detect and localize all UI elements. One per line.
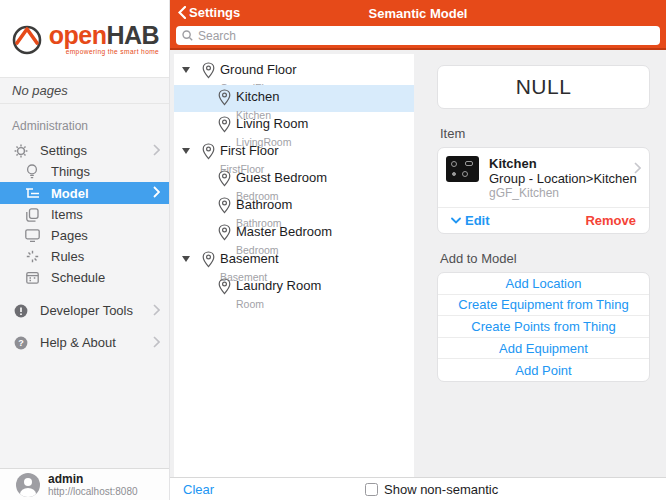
location-pin-icon (202, 62, 215, 79)
search-icon (182, 30, 193, 41)
chevron-down-icon (451, 217, 461, 224)
avatar (16, 473, 40, 497)
sidebar-item-pages[interactable]: Pages (0, 225, 169, 246)
show-non-semantic-checkbox[interactable] (365, 483, 378, 496)
lightbulb-icon (24, 164, 40, 180)
openhab-logo: openHAB empowering the smart home (10, 22, 159, 56)
content-area: Ground FloorGroundFloor KitchenKitchen L… (170, 50, 666, 477)
details-panel: NULL Item Kitchen Group - Location>Kitch… (437, 50, 650, 382)
search-bar[interactable] (176, 26, 660, 45)
sidebar-item-label: Developer Tools (40, 303, 133, 318)
tree-item-title: Bathroom (236, 197, 292, 212)
item-id: gGF_Kitchen (489, 186, 637, 200)
tree-item-title: Master Bedroom (236, 224, 332, 239)
sidebar-item-rules[interactable]: Rules (0, 246, 169, 267)
tree-item-guest-bedroom[interactable]: Guest BedroomBedroom (174, 166, 414, 193)
sidebar-item-label: Pages (51, 228, 88, 243)
add-equipment-button[interactable]: Add Equipment (438, 338, 649, 360)
tree-item-title: First Floor (220, 143, 279, 158)
logo-area: openHAB empowering the smart home (0, 0, 169, 78)
top-navbar: Settings Semantic Model (170, 0, 666, 50)
sidebar-item-schedule[interactable]: Schedule (0, 267, 169, 288)
openhab-logo-icon (10, 22, 44, 56)
tree-item-title: Living Room (236, 116, 308, 131)
location-pin-icon (202, 251, 215, 268)
monitor-icon (24, 228, 40, 244)
sidebar-item-things[interactable]: Things (0, 161, 169, 182)
item-name: Kitchen (489, 156, 637, 171)
item-section-label: Item (440, 126, 650, 141)
location-pin-icon (218, 278, 231, 295)
expand-arrow-icon[interactable] (182, 256, 190, 262)
create-points-from-thing-button[interactable]: Create Points from Thing (438, 316, 649, 338)
add-to-model-card: Add Location Create Equipment from Thing… (437, 272, 650, 382)
spark-icon (24, 249, 40, 265)
edit-label: Edit (465, 213, 490, 228)
semantic-tree-panel: Ground FloorGroundFloor KitchenKitchen L… (174, 54, 414, 477)
question-circle-icon: ? (13, 335, 29, 351)
sidebar-item-label: Rules (51, 249, 84, 264)
footer-toolbar: Clear Show non-semantic (170, 477, 666, 500)
search-input[interactable] (198, 29, 654, 43)
semantic-model-page: openHAB empowering the smart home No pag… (0, 0, 666, 500)
expand-arrow-icon[interactable] (182, 67, 190, 73)
location-pin-icon (218, 170, 231, 187)
create-equipment-from-thing-button[interactable]: Create Equipment from Thing (438, 295, 649, 317)
show-non-semantic-label: Show non-semantic (384, 482, 498, 497)
tree-item-title: Basement (220, 251, 279, 266)
sidebar-item-items[interactable]: Items (0, 204, 169, 225)
chevron-right-icon (153, 304, 160, 316)
tree-item-ground-floor[interactable]: Ground FloorGroundFloor (174, 58, 414, 85)
tree-item-subtitle: Room (236, 298, 264, 310)
sidebar-item-model[interactable]: Model (0, 182, 169, 204)
no-pages-label: No pages (0, 78, 169, 104)
tree-item-living-room[interactable]: Living RoomLivingRoom (174, 112, 414, 139)
svg-text:?: ? (18, 338, 24, 348)
sidebar-item-settings[interactable]: Settings (0, 140, 169, 161)
edit-button[interactable]: Edit (451, 213, 490, 228)
tree-item-laundry-room[interactable]: Laundry RoomRoom (174, 274, 414, 301)
sidebar-item-developer-tools[interactable]: Developer Tools (0, 300, 169, 321)
tree-item-title: Guest Bedroom (236, 170, 327, 185)
location-pin-icon (218, 116, 231, 133)
logo-tagline: empowering the smart home (66, 48, 160, 55)
page-title: Semantic Model (170, 6, 666, 21)
tree-item-title: Laundry Room (236, 278, 321, 293)
location-pin-icon (218, 224, 231, 241)
user-name: admin (48, 473, 138, 486)
chevron-right-icon (153, 186, 160, 198)
tree-item-kitchen[interactable]: KitchenKitchen (174, 85, 414, 112)
sidebar-item-label: Help & About (40, 335, 116, 350)
clear-button[interactable]: Clear (183, 482, 214, 497)
chevron-right-icon (634, 162, 641, 174)
show-non-semantic-toggle[interactable]: Show non-semantic (365, 482, 498, 497)
user-account[interactable]: admin http://localhost:8080 (0, 468, 169, 500)
add-point-button[interactable]: Add Point (438, 359, 649, 381)
add-to-model-section-label: Add to Model (440, 251, 650, 266)
tree-item-title: Ground Floor (220, 62, 297, 77)
model-tree-icon (24, 185, 40, 201)
location-pin-icon (218, 197, 231, 214)
expand-arrow-icon[interactable] (182, 148, 190, 154)
sidebar-item-label: Settings (40, 143, 87, 158)
chevron-right-icon (153, 336, 160, 348)
tree-item-title: Kitchen (236, 89, 279, 104)
sidebar-item-label: Schedule (51, 270, 105, 285)
tree-item-basement[interactable]: BasementBasement (174, 247, 414, 274)
user-server-url: http://localhost:8080 (48, 486, 138, 497)
item-card: Kitchen Group - Location>Kitchen gGF_Kit… (437, 147, 650, 234)
item-link[interactable]: Kitchen Group - Location>Kitchen gGF_Kit… (438, 148, 649, 207)
add-location-button[interactable]: Add Location (438, 273, 649, 295)
tree-item-bathroom[interactable]: BathroomBathroom (174, 193, 414, 220)
copy-icon (24, 207, 40, 223)
tree-item-first-floor[interactable]: First FloorFirstFloor (174, 139, 414, 166)
sidebar-item-help-about[interactable]: ? Help & About (0, 332, 169, 353)
sidebar-item-label: Model (51, 186, 89, 201)
item-thumbnail-image (446, 156, 479, 182)
remove-button[interactable]: Remove (585, 213, 636, 228)
sidebar: openHAB empowering the smart home No pag… (0, 0, 170, 500)
item-type: Group - Location>Kitchen (489, 171, 637, 186)
tree-item-master-bedroom[interactable]: Master BedroomBedroom (174, 220, 414, 247)
location-pin-icon (202, 143, 215, 160)
calendar-icon (24, 270, 40, 286)
